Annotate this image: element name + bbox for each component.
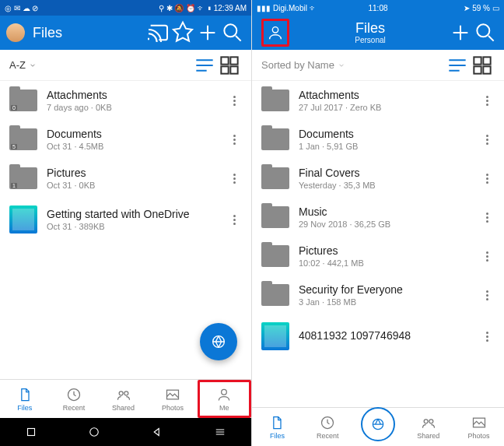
person-icon (267, 24, 284, 41)
folder-icon (261, 245, 289, 267)
camera-aperture-icon (210, 333, 227, 350)
list-item[interactable]: Documents1 Jan · 5,91 GB (252, 120, 504, 159)
cast-icon[interactable] (145, 20, 170, 45)
more-icon[interactable] (226, 135, 242, 145)
avatar[interactable] (6, 23, 25, 42)
svg-point-21 (424, 419, 428, 423)
search-icon[interactable] (220, 20, 245, 45)
list-item[interactable]: Getting started with OneDriveOct 31 · 38… (0, 198, 251, 241)
view-list-icon[interactable] (192, 53, 217, 78)
list-item[interactable]: 1PicturesOct 31 · 0KB (0, 159, 251, 198)
view-grid-icon[interactable] (217, 53, 242, 78)
svg-rect-3 (221, 66, 228, 73)
folder-icon (261, 206, 289, 228)
more-icon[interactable] (226, 174, 242, 184)
more-icon[interactable] (479, 135, 495, 145)
chevron-down-icon (29, 61, 37, 69)
more-icon[interactable] (479, 212, 495, 223)
item-name: Attachments (299, 89, 470, 101)
page-title: Files (355, 21, 385, 37)
tab-shared[interactable]: Shared (99, 380, 148, 418)
search-icon[interactable] (473, 20, 498, 45)
svg-rect-2 (230, 57, 237, 64)
status-icons: ◎ ✉ ☁ ⊘ (5, 4, 38, 12)
status-time: 11:08 (368, 4, 387, 12)
item-name: Security for Everyone (299, 283, 470, 296)
more-icon[interactable] (479, 174, 495, 184)
folder-icon: 1 (9, 167, 37, 189)
back-button[interactable] (150, 425, 164, 439)
page-subtitle: Personal (355, 36, 385, 44)
home-button[interactable] (87, 425, 101, 439)
tab-recent[interactable]: Recent (303, 408, 353, 446)
more-icon[interactable] (479, 251, 495, 262)
folder-icon (261, 90, 289, 111)
tab-files[interactable]: Files (0, 380, 49, 418)
folder-icon (261, 167, 289, 189)
item-meta: Oct 31 · 4.5MB (47, 142, 217, 151)
recent-apps-button[interactable] (24, 425, 38, 439)
item-name: Attachments (47, 89, 217, 101)
account-button[interactable] (261, 19, 289, 47)
list-item[interactable]: 5DocumentsOct 31 · 4.5MB (0, 120, 251, 159)
battery-label: 59 % (472, 4, 490, 12)
tab-recent[interactable]: Recent (49, 380, 98, 418)
list-item[interactable]: Attachments27 Jul 2017 · Zero KB (252, 81, 504, 120)
item-meta: 3 Jan · 158 MB (299, 297, 470, 307)
tab-files[interactable]: Files (252, 408, 303, 446)
tab-photos[interactable]: Photos (453, 408, 504, 446)
item-meta: Yesterday · 35,3 MB (299, 181, 470, 190)
svg-point-22 (429, 419, 433, 423)
battery-icon: ▭ (492, 4, 499, 12)
more-icon[interactable] (226, 96, 242, 106)
item-name: Pictures (47, 167, 217, 179)
view-grid-icon[interactable] (470, 53, 495, 78)
sort-dropdown[interactable]: Sorted by Name (261, 59, 345, 71)
more-icon[interactable] (226, 215, 242, 225)
item-meta: 10:02 · 442,1 MB (299, 258, 470, 268)
file-thumb (9, 205, 37, 234)
item-name: Documents (299, 128, 470, 140)
add-icon[interactable] (195, 20, 220, 45)
more-icon[interactable] (479, 332, 495, 342)
tab-shared[interactable]: Shared (403, 408, 453, 446)
svg-point-7 (119, 391, 123, 395)
list-item[interactable]: 40811932 1097746948 (252, 314, 504, 358)
svg-rect-18 (483, 66, 490, 73)
list-item[interactable]: Final CoversYesterday · 35,3 MB (252, 159, 504, 198)
folder-icon: 0 (9, 90, 37, 111)
view-list-icon[interactable] (445, 53, 470, 78)
premium-icon[interactable] (170, 20, 195, 45)
sort-bar: Sorted by Name (252, 50, 504, 81)
list-item[interactable]: 0Attachments7 days ago · 0KB (0, 81, 251, 120)
ios-status-bar: ▮▮▮ Digi.Mobil ᯤ 11:08 ➤ 59 % ▭ (252, 0, 504, 16)
chevron-down-icon (338, 61, 345, 69)
more-icon[interactable] (479, 96, 495, 106)
page-title: Files (33, 25, 62, 41)
menu-button[interactable] (213, 425, 227, 439)
item-name: Music (299, 205, 470, 218)
list-item[interactable]: Music29 Nov 2018 · 36,25 GB (252, 198, 504, 237)
scan-button[interactable] (361, 407, 395, 441)
tab-me[interactable]: Me (198, 380, 251, 418)
svg-point-13 (272, 27, 278, 33)
sort-bar: A-Z (0, 50, 251, 81)
android-status-bar: ◎ ✉ ☁ ⊘ ⚲ ✱ 🔕 ⏰ ᯤ ▮ 12:39 AM (0, 0, 251, 16)
list-item[interactable]: Security for Everyone3 Jan · 158 MB (252, 276, 504, 314)
file-thumb (261, 322, 289, 350)
scan-fab[interactable] (200, 323, 237, 360)
more-icon[interactable] (479, 290, 495, 300)
file-list: Attachments27 Jul 2017 · Zero KBDocument… (252, 81, 504, 407)
list-item[interactable]: Pictures10:02 · 442,1 MB (252, 237, 504, 276)
folder-icon: 5 (9, 128, 37, 150)
status-time: 12:39 AM (214, 4, 247, 12)
add-icon[interactable] (448, 20, 473, 45)
tab-photos[interactable]: Photos (148, 380, 197, 418)
bottom-nav: FilesRecentSharedPhotosMe (0, 379, 251, 418)
svg-rect-16 (483, 57, 490, 64)
item-meta: 7 days ago · 0KB (47, 103, 217, 112)
svg-point-12 (90, 428, 99, 437)
item-name: Final Covers (299, 167, 470, 179)
sort-dropdown[interactable]: A-Z (9, 59, 37, 71)
top-bar: Files (0, 16, 251, 50)
